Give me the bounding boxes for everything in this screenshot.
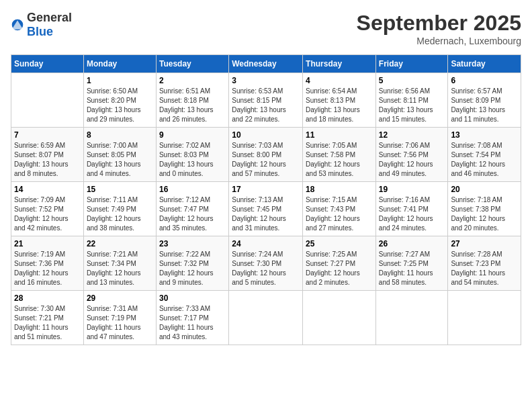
day-number: 23: [159, 239, 226, 248]
day-info: Sunrise: 6:56 AM Sunset: 8:11 PM Dayligh…: [379, 87, 445, 124]
day-info: Sunrise: 7:00 AM Sunset: 8:05 PM Dayligh…: [87, 141, 153, 179]
day-number: 2: [159, 76, 226, 85]
calendar-cell: 12Sunrise: 7:06 AM Sunset: 7:56 PM Dayli…: [375, 128, 448, 182]
logo-general: General: [27, 11, 72, 24]
day-number: 8: [87, 130, 153, 140]
day-number: 18: [306, 185, 373, 194]
day-number: 3: [232, 76, 300, 85]
calendar-cell: 22Sunrise: 7:21 AM Sunset: 7:34 PM Dayli…: [83, 236, 156, 291]
day-info: Sunrise: 7:03 AM Sunset: 8:00 PM Dayligh…: [232, 141, 300, 179]
calendar-cell: [448, 291, 521, 345]
calendar-cell: 9Sunrise: 7:02 AM Sunset: 8:03 PM Daylig…: [156, 128, 228, 182]
day-info: Sunrise: 7:33 AM Sunset: 7:17 PM Dayligh…: [159, 304, 226, 342]
calendar-cell: 7Sunrise: 6:59 AM Sunset: 8:07 PM Daylig…: [11, 128, 84, 182]
day-number: 30: [159, 293, 226, 303]
calendar-cell: 1Sunrise: 6:50 AM Sunset: 8:20 PM Daylig…: [83, 73, 156, 128]
title-block: September 2025 Medernach, Luxembourg: [357, 11, 521, 46]
calendar-cell: [303, 291, 376, 345]
day-number: 5: [379, 76, 445, 85]
day-info: Sunrise: 7:30 AM Sunset: 7:21 PM Dayligh…: [14, 304, 81, 342]
header-saturday: Saturday: [448, 55, 521, 73]
calendar-cell: 6Sunrise: 6:57 AM Sunset: 8:09 PM Daylig…: [448, 73, 521, 128]
calendar-cell: 2Sunrise: 6:51 AM Sunset: 8:18 PM Daylig…: [156, 73, 228, 128]
header-wednesday: Wednesday: [229, 55, 303, 73]
calendar-cell: 17Sunrise: 7:13 AM Sunset: 7:45 PM Dayli…: [229, 182, 303, 236]
calendar-cell: 13Sunrise: 7:08 AM Sunset: 7:54 PM Dayli…: [448, 128, 521, 182]
day-number: 20: [451, 185, 518, 194]
day-info: Sunrise: 6:51 AM Sunset: 8:18 PM Dayligh…: [159, 87, 226, 124]
calendar-cell: 3Sunrise: 6:53 AM Sunset: 8:15 PM Daylig…: [229, 73, 303, 128]
day-info: Sunrise: 7:08 AM Sunset: 7:54 PM Dayligh…: [451, 141, 518, 179]
day-number: 15: [87, 185, 153, 194]
calendar-cell: 8Sunrise: 7:00 AM Sunset: 8:05 PM Daylig…: [83, 128, 156, 182]
day-number: 27: [451, 239, 518, 248]
calendar-cell: 25Sunrise: 7:25 AM Sunset: 7:27 PM Dayli…: [303, 236, 376, 291]
day-info: Sunrise: 7:13 AM Sunset: 7:45 PM Dayligh…: [232, 195, 300, 233]
page-header: General Blue September 2025 Medernach, L…: [11, 11, 521, 46]
day-number: 13: [451, 130, 518, 140]
calendar-cell: 11Sunrise: 7:05 AM Sunset: 7:58 PM Dayli…: [303, 128, 376, 182]
day-info: Sunrise: 6:59 AM Sunset: 8:07 PM Dayligh…: [14, 141, 81, 179]
day-info: Sunrise: 7:05 AM Sunset: 7:58 PM Dayligh…: [306, 141, 373, 179]
day-number: 29: [87, 293, 153, 303]
calendar-cell: 26Sunrise: 7:27 AM Sunset: 7:25 PM Dayli…: [375, 236, 448, 291]
day-info: Sunrise: 7:06 AM Sunset: 7:56 PM Dayligh…: [379, 141, 445, 179]
day-number: 11: [306, 130, 373, 140]
day-number: 22: [87, 239, 153, 248]
month-title: September 2025: [357, 11, 521, 36]
day-info: Sunrise: 7:11 AM Sunset: 7:49 PM Dayligh…: [87, 195, 153, 233]
calendar-body: 1Sunrise: 6:50 AM Sunset: 8:20 PM Daylig…: [11, 73, 521, 345]
header-monday: Monday: [83, 55, 156, 73]
day-number: 17: [232, 185, 300, 194]
calendar-cell: [11, 73, 84, 128]
week-row-1: 1Sunrise: 6:50 AM Sunset: 8:20 PM Daylig…: [11, 73, 521, 128]
day-number: 7: [14, 130, 81, 140]
day-number: 10: [232, 130, 300, 140]
calendar-cell: 21Sunrise: 7:19 AM Sunset: 7:36 PM Dayli…: [11, 236, 84, 291]
location: Medernach, Luxembourg: [357, 36, 521, 46]
day-number: 24: [232, 239, 300, 248]
calendar-cell: 4Sunrise: 6:54 AM Sunset: 8:13 PM Daylig…: [303, 73, 376, 128]
header-sunday: Sunday: [11, 55, 84, 73]
calendar-cell: 10Sunrise: 7:03 AM Sunset: 8:00 PM Dayli…: [229, 128, 303, 182]
calendar-header-row: SundayMondayTuesdayWednesdayThursdayFrid…: [11, 55, 521, 73]
day-number: 12: [379, 130, 445, 140]
day-info: Sunrise: 7:27 AM Sunset: 7:25 PM Dayligh…: [379, 250, 445, 287]
calendar-table: SundayMondayTuesdayWednesdayThursdayFrid…: [11, 54, 521, 345]
day-info: Sunrise: 6:54 AM Sunset: 8:13 PM Dayligh…: [306, 87, 373, 124]
calendar-cell: 24Sunrise: 7:24 AM Sunset: 7:30 PM Dayli…: [229, 236, 303, 291]
day-number: 28: [14, 293, 81, 303]
day-number: 25: [306, 239, 373, 248]
calendar-cell: 18Sunrise: 7:15 AM Sunset: 7:43 PM Dayli…: [303, 182, 376, 236]
day-info: Sunrise: 7:09 AM Sunset: 7:52 PM Dayligh…: [14, 195, 81, 233]
day-info: Sunrise: 7:02 AM Sunset: 8:03 PM Dayligh…: [159, 141, 226, 179]
header-tuesday: Tuesday: [156, 55, 228, 73]
day-info: Sunrise: 7:22 AM Sunset: 7:32 PM Dayligh…: [159, 250, 226, 287]
header-friday: Friday: [375, 55, 448, 73]
day-info: Sunrise: 7:21 AM Sunset: 7:34 PM Dayligh…: [87, 250, 153, 287]
calendar-cell: 29Sunrise: 7:31 AM Sunset: 7:19 PM Dayli…: [83, 291, 156, 345]
calendar-cell: 28Sunrise: 7:30 AM Sunset: 7:21 PM Dayli…: [11, 291, 84, 345]
day-number: 4: [306, 76, 373, 85]
day-number: 1: [87, 76, 153, 85]
day-number: 14: [14, 185, 81, 194]
day-info: Sunrise: 7:24 AM Sunset: 7:30 PM Dayligh…: [232, 250, 300, 287]
day-info: Sunrise: 7:31 AM Sunset: 7:19 PM Dayligh…: [87, 304, 153, 342]
calendar-cell: 5Sunrise: 6:56 AM Sunset: 8:11 PM Daylig…: [375, 73, 448, 128]
day-info: Sunrise: 6:50 AM Sunset: 8:20 PM Dayligh…: [87, 87, 153, 124]
calendar-cell: 14Sunrise: 7:09 AM Sunset: 7:52 PM Dayli…: [11, 182, 84, 236]
calendar-cell: 23Sunrise: 7:22 AM Sunset: 7:32 PM Dayli…: [156, 236, 228, 291]
calendar-cell: 27Sunrise: 7:28 AM Sunset: 7:23 PM Dayli…: [448, 236, 521, 291]
week-row-2: 7Sunrise: 6:59 AM Sunset: 8:07 PM Daylig…: [11, 128, 521, 182]
header-thursday: Thursday: [303, 55, 376, 73]
day-info: Sunrise: 7:15 AM Sunset: 7:43 PM Dayligh…: [306, 195, 373, 233]
day-info: Sunrise: 7:19 AM Sunset: 7:36 PM Dayligh…: [14, 250, 81, 287]
day-info: Sunrise: 7:16 AM Sunset: 7:41 PM Dayligh…: [379, 195, 445, 233]
calendar-cell: 19Sunrise: 7:16 AM Sunset: 7:41 PM Dayli…: [375, 182, 448, 236]
day-number: 6: [451, 76, 518, 85]
day-number: 26: [379, 239, 445, 248]
logo-icon: [11, 18, 24, 32]
day-info: Sunrise: 6:53 AM Sunset: 8:15 PM Dayligh…: [232, 87, 300, 124]
calendar-cell: 20Sunrise: 7:18 AM Sunset: 7:38 PM Dayli…: [448, 182, 521, 236]
calendar-cell: 16Sunrise: 7:12 AM Sunset: 7:47 PM Dayli…: [156, 182, 228, 236]
